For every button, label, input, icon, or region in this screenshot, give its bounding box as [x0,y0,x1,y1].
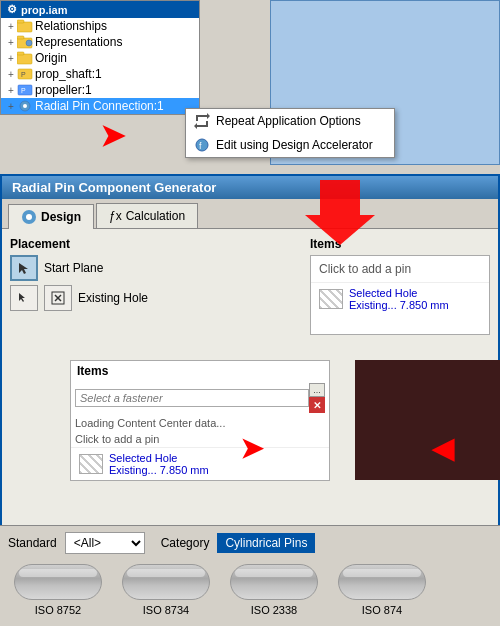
expander-origin[interactable]: + [5,52,17,64]
tree-item-prop-shaft[interactable]: + P prop_shaft:1 [1,66,199,82]
tree-item-origin[interactable]: + Origin [1,50,199,66]
fastener-btns: … ✕ [309,383,325,413]
existing-hole-btn2[interactable] [44,285,72,311]
folder-icon-relationships [17,19,33,33]
pin-thumb-iso8734[interactable]: ISO 8734 [116,564,216,616]
standard-dropdown[interactable]: <All> [65,532,145,554]
context-menu-edit-da[interactable]: f Edit using Design Accelerator [186,133,394,157]
expander-propeller[interactable]: + [5,84,17,96]
start-plane-btn[interactable] [10,255,38,281]
pin-img-iso874 [338,564,426,600]
tree-item-representations[interactable]: + Representations [1,34,199,50]
category-label: Category [161,536,210,550]
title-icon: ⚙ [7,3,17,16]
lower-items-header: Items [71,361,329,381]
start-plane-row: Start Plane [10,255,302,281]
tree-item-relationships[interactable]: + Relationships [1,18,199,34]
left-panel: Placement Start Plane [10,237,302,335]
placement-label: Placement [10,237,302,251]
loading-row: Loading Content Center data... [71,415,329,431]
fastener-input[interactable] [75,389,309,407]
fastener-more-btn[interactable]: … [309,383,325,397]
lower-hole-icon [79,454,103,474]
pin-label-iso8734: ISO 8734 [143,604,189,616]
arrow-from-right: ◀ [432,432,454,465]
pin-img-iso8752 [14,564,102,600]
design-accel-icon: f [194,137,210,153]
pin-label-iso8752: ISO 8752 [35,604,81,616]
loading-text: Loading Content Center data... [75,417,325,429]
expander-relationships[interactable]: + [5,20,17,32]
context-menu-edit-da-label: Edit using Design Accelerator [216,138,373,152]
tree-panel: ⚙ prop.iam + Relationships + Representat… [0,0,200,115]
tree-label-radial-pin: Radial Pin Connection:1 [35,99,164,113]
svg-point-13 [196,139,208,151]
hole-dimension: Existing... 7.850 mm [349,299,449,311]
pin-thumb-iso8752[interactable]: ISO 8752 [8,564,108,616]
svg-point-12 [23,104,27,108]
hole-name: Selected Hole [349,287,449,299]
pin-thumb-iso874[interactable]: ISO 874 [332,564,432,616]
svg-rect-6 [17,52,24,55]
title-bar: ⚙ prop.iam [1,1,199,18]
existing-hole-btn1[interactable] [10,285,38,311]
title-text: prop.iam [21,4,67,16]
expander-representations[interactable]: + [5,36,17,48]
tab-calculation[interactable]: ƒx Calculation [96,203,198,228]
items-section: Click to add a pin Selected Hole Existin… [310,255,490,335]
lower-hole-dimension: Existing... 7.850 mm [109,464,209,476]
placement-section: Placement Start Plane [10,237,302,311]
lower-selected-hole: Selected Hole Existing... 7.850 mm [71,448,329,480]
folder-icon-representations [17,35,33,49]
tree-label-propeller: propeller:1 [35,83,92,97]
hole-icon [319,289,343,309]
tree-label-origin: Origin [35,51,67,65]
svg-rect-3 [17,36,24,39]
selected-hole-item: Selected Hole Existing... 7.850 mm [311,283,489,315]
dialog-body: Placement Start Plane [2,229,498,343]
existing-hole-label: Existing Hole [78,291,148,305]
tree-item-radial-pin[interactable]: + Radial Pin Connection:1 [1,98,199,114]
pin-label-iso874: ISO 874 [362,604,402,616]
repeat-icon [194,113,210,129]
standard-label: Standard [8,536,57,550]
lower-hole-text: Selected Hole Existing... 7.850 mm [109,452,209,476]
context-menu: Repeat Application Options f Edit using … [185,108,395,158]
pin-img-iso2338 [230,564,318,600]
standard-row: Standard <All> Category Cylindrical Pins [8,532,492,554]
lower-hole-name: Selected Hole [109,452,209,464]
svg-rect-0 [17,22,32,32]
existing-hole-row: Existing Hole [10,285,302,311]
expander-prop-shaft[interactable]: + [5,68,17,80]
click-to-add-pin[interactable]: Click to add a pin [311,256,489,283]
pin-img-iso8734 [122,564,210,600]
expander-radial-pin[interactable]: + [5,100,17,112]
folder-icon-origin [17,51,33,65]
fastener-row: … ✕ [71,381,329,415]
svg-marker-17 [19,263,28,274]
cursor-small-icon [17,291,31,305]
start-plane-label: Start Plane [44,261,103,275]
tree-label-prop-shaft: prop_shaft:1 [35,67,102,81]
big-down-arrow [300,170,380,253]
arrow-to-context-menu: ➤ [100,118,125,153]
lower-click-to-add[interactable]: Click to add a pin [71,431,329,448]
tab-design-label: Design [41,210,81,224]
part-icon-prop-shaft: P [17,67,33,81]
svg-point-4 [26,40,32,46]
tab-design[interactable]: Design [8,204,94,229]
context-menu-repeat[interactable]: Repeat Application Options [186,109,394,133]
arrow-to-add-pin: ➤ [240,432,263,465]
pin-thumb-iso2338[interactable]: ISO 2338 [224,564,324,616]
dialog-tabs: Design ƒx Calculation [2,199,498,229]
lower-items-box: Items … ✕ Loading Content Center data...… [70,360,330,481]
hole-text: Selected Hole Existing... 7.850 mm [349,287,449,311]
tab-calculation-label: Calculation [126,209,185,223]
fastener-cancel-btn[interactable]: ✕ [309,397,325,413]
category-btn[interactable]: Cylindrical Pins [217,533,315,553]
tree-label-representations: Representations [35,35,122,49]
svg-point-16 [26,214,32,220]
tree-label-relationships: Relationships [35,19,107,33]
svg-text:P: P [21,71,26,78]
tree-item-propeller[interactable]: + P propeller:1 [1,82,199,98]
